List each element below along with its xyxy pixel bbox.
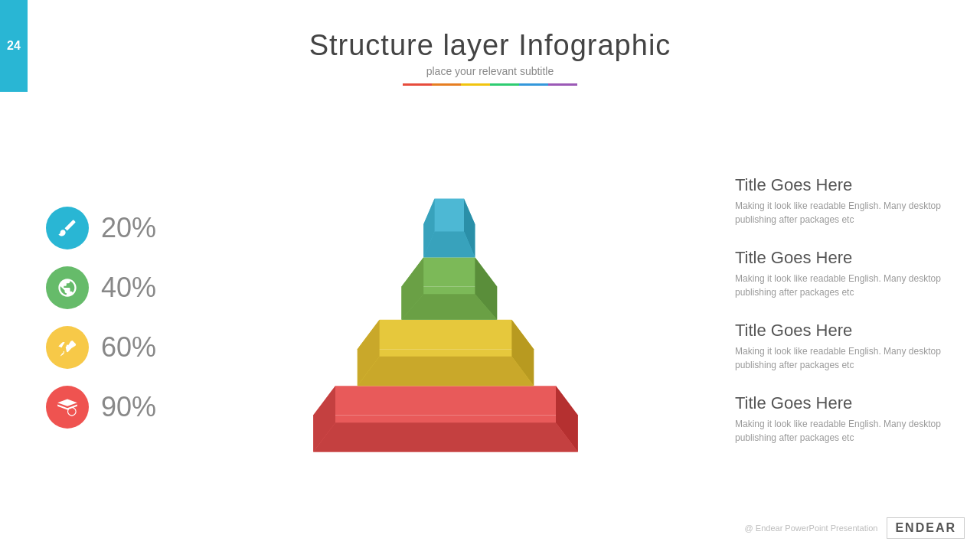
list-item: 90% xyxy=(46,386,156,429)
list-item: 20% xyxy=(46,207,156,249)
footer-copyright: @ Endear PowerPoint Presentation xyxy=(745,523,878,533)
icon-circle-1 xyxy=(46,207,89,249)
footer: @ Endear PowerPoint Presentation ENDEAR xyxy=(745,517,965,539)
right-desc-2: Making it look like readable English. Ma… xyxy=(735,272,949,299)
brush-icon xyxy=(57,217,78,239)
page-title: Structure layer Infographic xyxy=(0,29,980,62)
left-panel: 20% 40% 60% xyxy=(46,207,156,429)
right-item-4: Title Goes Here Making it look like read… xyxy=(735,393,949,445)
percent-2: 40% xyxy=(101,272,156,304)
slide-number: 24 xyxy=(0,0,28,92)
list-item: 60% xyxy=(46,326,156,369)
right-panel: Title Goes Here Making it look like read… xyxy=(735,175,949,445)
icon-circle-2 xyxy=(46,266,89,309)
rocket-icon xyxy=(57,337,78,358)
right-title-3: Title Goes Here xyxy=(735,321,949,341)
header: Structure layer Infographic place your r… xyxy=(0,0,980,86)
list-item: 40% xyxy=(46,266,156,309)
network-icon xyxy=(57,396,78,418)
right-desc-4: Making it look like readable English. Ma… xyxy=(735,417,949,445)
layer3-top xyxy=(358,320,534,349)
footer-brand: ENDEAR xyxy=(887,517,965,539)
percent-1: 20% xyxy=(101,212,156,244)
percent-4: 90% xyxy=(101,391,156,423)
subtitle: place your relevant subtitle xyxy=(0,65,980,77)
layer4-top xyxy=(313,386,578,415)
icon-circle-3 xyxy=(46,326,89,369)
percent-3: 60% xyxy=(101,331,156,364)
right-item-1: Title Goes Here Making it look like read… xyxy=(735,175,949,227)
right-title-1: Title Goes Here xyxy=(735,175,949,195)
color-bar xyxy=(0,83,980,86)
right-desc-3: Making it look like readable English. Ma… xyxy=(735,344,949,372)
pyramid-area xyxy=(179,93,712,518)
right-title-2: Title Goes Here xyxy=(735,248,949,268)
layer4-bottom xyxy=(313,422,578,452)
right-item-3: Title Goes Here Making it look like read… xyxy=(735,321,949,372)
layer3-bottom xyxy=(358,357,534,386)
right-title-4: Title Goes Here xyxy=(735,393,949,413)
pyramid-svg xyxy=(262,151,629,518)
right-desc-1: Making it look like readable English. Ma… xyxy=(735,199,949,227)
globe-icon xyxy=(57,277,78,298)
main-content: 20% 40% 60% xyxy=(0,93,980,518)
icon-circle-4 xyxy=(46,386,89,429)
right-item-2: Title Goes Here Making it look like read… xyxy=(735,248,949,299)
